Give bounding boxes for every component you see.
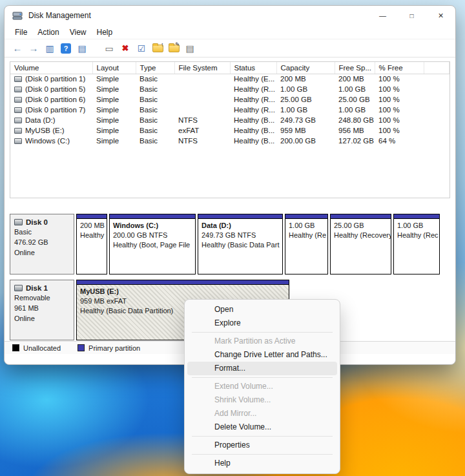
column-header-status[interactable]: Status	[230, 62, 276, 74]
cell-layout: Simple	[92, 84, 136, 94]
volume-cell: (Disk 0 partition 5)	[14, 85, 88, 93]
console-tree-icon[interactable]: ▥	[43, 42, 56, 55]
context-menu-item-explore[interactable]: Explore	[187, 316, 337, 330]
volume-row-disk-0-partition-5[interactable]: (Disk 0 partition 5)SimpleBasicHealthy (…	[10, 84, 450, 94]
volume-row-windows-c[interactable]: Windows (C:)SimpleBasicNTFSHealthy (B...…	[10, 136, 450, 146]
volume-name: Data (D:)	[25, 116, 56, 124]
report-icon[interactable]: ☑	[135, 42, 148, 55]
partition-info: 249.73 GB NTFS	[202, 231, 279, 240]
partition-name: MyUSB (E:)	[80, 287, 285, 296]
cell-free: 1.00 GB	[335, 105, 375, 115]
context-menu-item-properties[interactable]: Properties	[187, 439, 337, 452]
columns-icon[interactable]: ▤	[183, 42, 196, 55]
column-header-capacity[interactable]: Capacity	[276, 62, 335, 74]
forward-icon[interactable]: →	[27, 42, 40, 55]
column-header-layout[interactable]: Layout	[92, 62, 136, 74]
context-menu-item-add-mirror: Add Mirror...	[187, 407, 337, 420]
cell-free: 248.80 GB	[335, 115, 375, 125]
partition-1-00-gb[interactable]: 1.00 GBHealthy (Re	[285, 214, 328, 274]
context-menu-item-delete-volume[interactable]: Delete Volume...	[187, 420, 337, 434]
cell-volume: (Disk 0 partition 1)	[10, 74, 92, 84]
cell-fs: exFAT	[174, 125, 230, 136]
edit-folder-icon[interactable]: ✎	[167, 42, 180, 55]
delete-partition-icon[interactable]: ✖	[119, 42, 132, 55]
cell-layout: Simple	[92, 125, 136, 136]
open-folder-icon[interactable]: ↑	[151, 42, 164, 55]
column-header-file-system[interactable]: File System	[174, 62, 230, 74]
back-icon[interactable]: ←	[11, 42, 24, 55]
minimize-button[interactable]: —	[368, 6, 397, 25]
partition-info: Healthy (Recovery)	[334, 231, 388, 240]
partition-info: 200.00 GB NTFS	[113, 231, 192, 240]
disk-kind: Removable	[14, 293, 70, 304]
menu-action[interactable]: Action	[32, 26, 64, 38]
disk-partitions: 200 MBHealthyWindows (C:)200.00 GB NTFSH…	[76, 214, 450, 274]
legend-primary-partition: Primary partition	[78, 344, 140, 352]
partition-windows-c[interactable]: Windows (C:)200.00 GB NTFSHealthy (Boot,…	[109, 214, 196, 274]
volume-row-disk-0-partition-6[interactable]: (Disk 0 partition 6)SimpleBasicHealthy (…	[10, 94, 450, 105]
partition-color-strip	[394, 214, 439, 219]
column-header-type[interactable]: Type	[136, 62, 174, 74]
cell-fs	[174, 94, 230, 105]
volume-cell: Data (D:)	[14, 116, 88, 124]
disk-icon	[14, 285, 23, 291]
disk-header-disk-1[interactable]: Disk 1Removable961 MBOnline	[10, 280, 74, 340]
cell-capacity: 25.00 GB	[276, 94, 335, 105]
volume-row-myusb-e[interactable]: MyUSB (E:)SimpleBasicexFATHealthy (B...9…	[10, 125, 450, 136]
help-icon[interactable]: ?	[61, 43, 71, 54]
column-header-free-sp[interactable]: Free Sp...	[335, 62, 375, 74]
volume-cell: (Disk 0 partition 7)	[14, 106, 88, 114]
cell-layout: Simple	[92, 94, 136, 105]
column-header-filler	[424, 62, 450, 74]
partition-color-strip	[110, 214, 195, 219]
open-folder-icon-shape: ↑	[152, 45, 163, 52]
maximize-button[interactable]: □	[397, 6, 426, 25]
callout-icon[interactable]: ▭	[103, 42, 116, 55]
cell-status: Healthy (B...	[230, 115, 276, 125]
menu-view[interactable]: View	[65, 26, 92, 38]
cell-fs: NTFS	[174, 115, 230, 125]
legend-unallocated: Unallocated	[12, 344, 61, 352]
partition-1-00-gb[interactable]: 1.00 GBHealthy (Rec	[393, 214, 440, 274]
disk-header-disk-0[interactable]: Disk 0Basic476.92 GBOnline	[10, 214, 74, 274]
partition-200-mb[interactable]: 200 MBHealthy	[76, 214, 107, 274]
volume-list-pane: VolumeLayoutTypeFile SystemStatusCapacit…	[10, 61, 450, 198]
volume-drive-icon	[14, 97, 22, 103]
volume-name: (Disk 0 partition 1)	[25, 75, 85, 83]
disk-row-disk-0: Disk 0Basic476.92 GBOnline200 MBHealthyW…	[10, 214, 450, 274]
cell-type: Basic	[136, 94, 174, 105]
menu-file[interactable]: File	[10, 26, 32, 38]
cell-capacity: 959 MB	[276, 125, 335, 136]
context-menu-item-format[interactable]: Format...	[187, 362, 337, 375]
cell-volume: MyUSB (E:)	[10, 125, 92, 136]
cell-pct: 100 %	[375, 125, 424, 136]
context-menu-item-mark-partition-as-active: Mark Partition as Active	[187, 335, 337, 348]
cell-free: 1.00 GB	[335, 84, 375, 94]
partition-body: Windows (C:)200.00 GB NTFSHealthy (Boot,…	[110, 219, 195, 274]
cell-volume: (Disk 0 partition 5)	[10, 84, 92, 94]
column-header-free[interactable]: % Free	[375, 62, 424, 74]
volume-row-disk-0-partition-7[interactable]: (Disk 0 partition 7)SimpleBasicHealthy (…	[10, 105, 450, 115]
column-header-volume[interactable]: Volume	[10, 62, 92, 74]
partition-body: 200 MBHealthy	[77, 219, 107, 274]
context-menu-item-extend-volume: Extend Volume...	[187, 380, 337, 393]
context-menu-item-change-drive-letter-and-paths[interactable]: Change Drive Letter and Paths...	[187, 348, 337, 362]
cell-capacity: 249.73 GB	[276, 115, 335, 125]
partition-25-00-gb[interactable]: 25.00 GBHealthy (Recovery)	[330, 214, 391, 274]
cell-fs: NTFS	[174, 136, 230, 146]
menu-help[interactable]: Help	[92, 26, 118, 38]
close-button[interactable]: ×	[426, 6, 455, 25]
properties-panel-icon[interactable]: ▤	[76, 42, 88, 55]
cell-volume: (Disk 0 partition 6)	[10, 94, 92, 105]
titlebar[interactable]: Disk Management — □ ×	[5, 6, 455, 25]
volume-name: MyUSB (E:)	[25, 127, 65, 134]
disk-size: 476.92 GB	[14, 238, 70, 248]
partition-data-d[interactable]: Data (D:)249.73 GB NTFSHealthy (Basic Da…	[198, 214, 283, 274]
cell-fs	[174, 105, 230, 115]
cell-filler	[424, 105, 450, 115]
context-menu-item-help[interactable]: Help	[187, 457, 337, 470]
volume-row-data-d[interactable]: Data (D:)SimpleBasicNTFSHealthy (B...249…	[10, 115, 450, 125]
toolbar: ←→▥?▤▭✖☑↑✎▤	[5, 39, 455, 57]
context-menu-item-open[interactable]: Open	[187, 303, 337, 316]
volume-row-disk-0-partition-1[interactable]: (Disk 0 partition 1)SimpleBasicHealthy (…	[10, 74, 450, 84]
